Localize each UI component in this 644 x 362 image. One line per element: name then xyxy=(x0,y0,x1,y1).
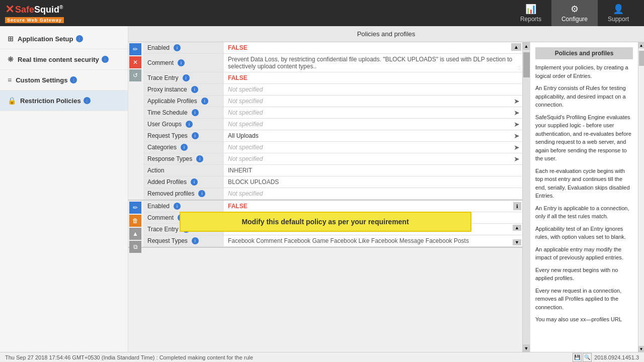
tooltip-p1: Implement your policies, by creating a l… xyxy=(535,63,633,80)
nav-reports-label: Reports xyxy=(520,16,541,23)
entry-1-added-value: BLOCK UPLOADS xyxy=(228,178,279,186)
tooltip-panel-content: Implement your policies, by creating a l… xyxy=(535,63,633,324)
sidebar-item-restriction-policies-label: Restriction Policies xyxy=(20,97,81,105)
categories-nav-arrow[interactable]: ➤ xyxy=(514,143,520,151)
proxy-help-icon[interactable]: i xyxy=(191,86,198,93)
sidebar-item-restriction-policies[interactable]: 🔒 Restriction Policies i xyxy=(0,90,128,111)
entry-1-delete-btn[interactable]: ✕ xyxy=(129,56,141,68)
responsetypes-nav-arrow[interactable]: ➤ xyxy=(514,155,520,163)
nav-bar: 📊 Reports ⚙ Configure 👤 Support xyxy=(510,0,639,27)
sidebar-item-application-setup[interactable]: ⊞ Application Setup i xyxy=(0,29,128,49)
sidebar-item-realtime-content[interactable]: ❋ Real time content security i xyxy=(0,49,128,70)
responsetypes-help-icon[interactable]: i xyxy=(196,155,203,162)
restriction-policies-icon: 🔒 xyxy=(8,97,16,105)
requesttypes-nav-arrow[interactable]: ➤ xyxy=(514,132,520,140)
tooltip-scrollbar[interactable]: ▲ ▼ xyxy=(638,42,644,352)
status-bar: Thu Sep 27 2018 17:54:46 GMT+0530 (India… xyxy=(0,352,644,362)
entry-2-controls: ✏ 🗑 ▲ ⧉ xyxy=(128,201,143,254)
entry-2-up-btn[interactable]: ▲ xyxy=(129,228,141,240)
entry-1-categories-value: Not specified xyxy=(228,144,263,151)
realtime-content-help-icon[interactable]: i xyxy=(102,56,109,63)
trace-help-icon[interactable]: i xyxy=(183,74,190,81)
tooltip-scroll-down-btn[interactable]: ▼ xyxy=(638,346,645,352)
entry-1-controls: ✏ ✕ ↺ xyxy=(128,42,143,82)
scroll-down-btn[interactable]: ▼ xyxy=(523,344,530,352)
usergroups-label: User Groups i xyxy=(147,121,220,128)
logo-reg: ® xyxy=(59,5,63,10)
sidebar-item-application-setup-label: Application Setup xyxy=(18,35,73,43)
entry-1-applicable-row: Applicable Profiles i Not specified ➤ xyxy=(143,96,522,107)
categories-help-icon[interactable]: i xyxy=(181,144,188,151)
entry-1-time-value: Not specified xyxy=(228,109,263,116)
ver-icon-save[interactable]: 💾 xyxy=(573,353,582,362)
entry-1-scroll-up-btn[interactable]: ▲ xyxy=(511,43,521,51)
tooltip-scroll-up-btn[interactable]: ▲ xyxy=(638,42,645,48)
entry-2-copy-btn[interactable]: ⧉ xyxy=(129,241,141,253)
header: ✕ SafeSquid® Secure Web Gateway 📊 Report… xyxy=(0,0,644,26)
tooltip-p5: An Entry is applicable to a connection, … xyxy=(535,204,633,221)
entry-2-scroll-up-btn[interactable]: ▲ xyxy=(513,225,521,231)
custom-settings-help-icon[interactable]: i xyxy=(70,76,77,83)
entry-1-requesttypes-row: Request Types i All Uploads ➤ xyxy=(143,130,522,142)
usergroups-nav-arrow[interactable]: ➤ xyxy=(514,120,520,128)
applicable-nav-arrow[interactable]: ➤ xyxy=(514,97,520,105)
entry-1-usergroups-row: User Groups i Not specified ➤ xyxy=(143,119,522,130)
content-area: Policies and profiles ✏ ✕ ↺ Enabled xyxy=(128,26,644,352)
reports-icon: 📊 xyxy=(525,4,536,15)
ver-icons: 💾 🔍 xyxy=(573,353,592,362)
policy-entry-2: ✏ 🗑 ▲ ⧉ Enabled i xyxy=(128,201,522,248)
tooltip-p10: You may also use xx—profiles URL xyxy=(535,315,633,324)
entry-1-enabled-value: FALSE xyxy=(228,44,248,51)
realtime-content-icon: ❋ xyxy=(8,55,14,63)
time-help-icon[interactable]: i xyxy=(192,109,199,116)
logo-safe: Safe xyxy=(15,5,34,15)
comment-help-icon[interactable]: i xyxy=(178,59,185,66)
entry-1-responsetypes-value: Not specified xyxy=(228,155,263,162)
nav-reports[interactable]: 📊 Reports xyxy=(510,0,551,27)
time-nav-arrow[interactable]: ➤ xyxy=(514,109,520,117)
action-label: Action xyxy=(147,167,220,174)
applicable-help-icon[interactable]: i xyxy=(201,98,208,105)
entry-2-info-btn[interactable]: ℹ xyxy=(513,202,521,210)
trace-label: Trace Entry i xyxy=(147,74,220,81)
entry-2-enabled-row: Enabled i FALSE ℹ xyxy=(143,201,522,212)
enabled-help-icon[interactable]: i xyxy=(174,44,181,51)
entry-1-reset-btn[interactable]: ↺ xyxy=(129,69,141,81)
logo-subtitle: Secure Web Gateway xyxy=(5,17,64,23)
entry-1-removed-value: Not specified xyxy=(228,190,263,197)
entry-1-comment-row: Comment i Prevent Data Loss, by restrict… xyxy=(143,54,522,72)
entry-1-enabled-row: Enabled i FALSE ▲ xyxy=(143,42,522,54)
added-label: Added Profiles i xyxy=(147,178,220,186)
sidebar-item-custom-settings[interactable]: ≡ Custom Settings i xyxy=(0,70,128,90)
tooltip-p7: An applicable entry may modify the impac… xyxy=(535,245,633,262)
custom-settings-icon: ≡ xyxy=(8,76,12,84)
tooltip-panel-title: Policies and profiles xyxy=(535,47,633,59)
categories-label: Categories i xyxy=(147,144,220,151)
entry-1-edit-btn[interactable]: ✏ xyxy=(129,43,141,55)
nav-support[interactable]: 👤 Support xyxy=(598,0,639,27)
entry2-enabled-help-icon[interactable]: i xyxy=(174,203,181,210)
nav-configure[interactable]: ⚙ Configure xyxy=(551,0,598,27)
entry-1-applicable-value: Not specified xyxy=(228,98,263,105)
resize-handle: :: xyxy=(518,65,521,70)
entry-2-delete-btn[interactable]: 🗑 xyxy=(129,215,141,227)
entry-2-edit-btn[interactable]: ✏ xyxy=(129,202,141,214)
version-number: 2018.0924.1451.3 xyxy=(594,354,639,360)
added-help-icon[interactable]: i xyxy=(191,178,198,186)
restriction-policies-help-icon[interactable]: i xyxy=(84,97,91,104)
entry-2-scroll-down-btn[interactable]: ▼ xyxy=(513,239,521,245)
content-scroll[interactable]: ✏ ✕ ↺ Enabled i xyxy=(128,42,522,352)
ver-icon-search[interactable]: 🔍 xyxy=(583,353,592,362)
entry2-requesttypes-help-icon[interactable]: i xyxy=(192,237,199,244)
scroll-up-btn[interactable]: ▲ xyxy=(523,42,530,50)
sidebar-item-realtime-content-label: Real time content security xyxy=(18,56,99,63)
application-setup-help-icon[interactable]: i xyxy=(76,35,83,42)
requesttypes-help-icon[interactable]: i xyxy=(192,132,199,139)
entry-1-added-row: Added Profiles i BLOCK UPLOADS xyxy=(143,176,522,188)
usergroups-help-icon[interactable]: i xyxy=(186,121,193,128)
nav-support-label: Support xyxy=(608,16,629,23)
entry-1-proxy-row: Proxy instance i Not specified xyxy=(143,84,522,96)
logo-x: ✕ xyxy=(5,3,14,16)
content-scrollbar[interactable]: ▲ ▼ xyxy=(522,42,530,352)
removed-help-icon[interactable]: i xyxy=(198,190,205,197)
